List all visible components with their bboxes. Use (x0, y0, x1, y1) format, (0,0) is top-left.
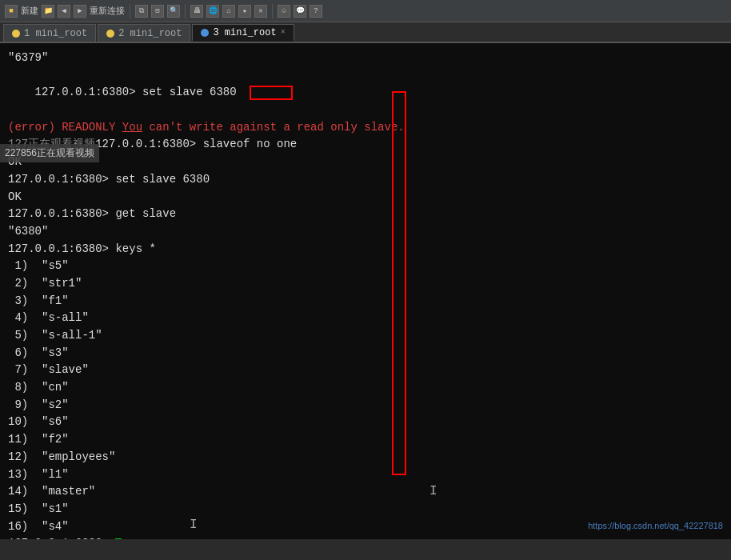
ibeam-cursor-1: I (190, 515, 198, 535)
smiley-btn[interactable]: ☺ (278, 5, 290, 18)
new-label[interactable]: 新建 (21, 5, 38, 17)
red-highlight-box (250, 86, 293, 100)
list-item-1: 1) "s5" (8, 258, 723, 275)
terminal-line-4: 127正在观看视频127.0.0.1:6380> slaveof no one (8, 136, 723, 154)
sep2 (185, 4, 186, 18)
status-bar: https://blog.csdn.net/qq_42227818 (588, 519, 723, 533)
tab-1-icon (12, 30, 20, 38)
terminal-line-1: "6379" (8, 50, 723, 67)
list-item-5: 5) "s-all-1" (8, 327, 723, 345)
list-item-12: 12) "employees" (8, 449, 723, 466)
list-item-6: 6) "s3" (8, 345, 723, 362)
terminal-line-3: (error) READONLY You can't write against… (8, 119, 723, 137)
web-btn[interactable]: 🌐 (206, 5, 219, 18)
status-url: https://blog.csdn.net/qq_42227818 (588, 521, 723, 530)
paste-btn[interactable]: ⧉ (135, 5, 148, 18)
print-btn[interactable]: 🖶 (190, 5, 203, 18)
back-btn[interactable]: ◀ (58, 5, 70, 18)
terminal-line-8: 127.0.0.1:6380> get slave (8, 206, 723, 223)
tab-1-label: 1 mini_root (24, 28, 87, 39)
terminal-line-10: 127.0.0.1:6380> keys * (8, 241, 723, 258)
forward-btn[interactable]: ▶ (74, 5, 86, 18)
list-item-13: 13) "l1" (8, 466, 723, 484)
stop-btn[interactable]: ✕ (254, 5, 267, 18)
tab-3-label: 3 mini_root (213, 27, 276, 38)
terminal-line-5: OK (8, 154, 723, 171)
tab-2-label: 2 mini_root (118, 28, 182, 39)
tabs-bar: 1 mini_root 2 mini_root 3 mini_root × (0, 22, 731, 43)
tab-2[interactable]: 2 mini_root (98, 24, 190, 42)
list-item-10: 10) "s6" (8, 414, 723, 431)
terminal-line-9: "6380" (8, 223, 723, 241)
help-btn[interactable]: ? (310, 5, 322, 18)
tab-3-icon (201, 29, 209, 37)
notice-text: 227856正在观看视频 (5, 147, 94, 158)
copy-btn[interactable]: ⊡ (151, 5, 164, 18)
list-item-9: 9) "s2" (8, 397, 723, 414)
notice-overlay: 227856正在观看视频 (0, 144, 99, 162)
terminal-line-2: 127.0.0.1:6380> set slave 6380 (8, 67, 723, 119)
sep3 (272, 4, 273, 18)
ibeam-cursor-2: I (429, 482, 437, 502)
home-btn[interactable]: ⌂ (222, 5, 235, 18)
list-item-3: 3) "f1" (8, 293, 723, 310)
chat-btn[interactable]: 💬 (294, 5, 306, 18)
sep1 (130, 4, 130, 18)
new-btn[interactable]: ■ (5, 5, 18, 18)
list-item-7: 7) "slave" (8, 362, 723, 379)
tab-2-icon (106, 30, 114, 38)
terminal-prompt-final: 127.0.0.1:6380> (8, 535, 723, 539)
bookmark-btn[interactable]: ★ (238, 5, 251, 18)
tab-3[interactable]: 3 mini_root × (192, 24, 294, 42)
find-btn[interactable]: 🔍 (167, 5, 180, 18)
list-item-2: 2) "str1" (8, 275, 723, 293)
tab-1[interactable]: 1 mini_root (3, 24, 96, 42)
list-item-15: 15) "s1" (8, 501, 723, 518)
list-item-14: 14) "master" (8, 483, 723, 501)
open-btn[interactable]: 📁 (42, 5, 54, 18)
terminal[interactable]: "6379" 127.0.0.1:6380> set slave 6380 (e… (0, 43, 731, 539)
tab-3-close[interactable]: × (281, 28, 286, 37)
terminal-line-7: OK (8, 189, 723, 206)
list-item-8: 8) "cn" (8, 379, 723, 397)
terminal-cursor (115, 538, 122, 539)
reconnect-label[interactable]: 重新连接 (90, 5, 125, 17)
terminal-line-6: 127.0.0.1:6380> set slave 6380 (8, 171, 723, 189)
titlebar: ■ 新建 📁 ◀ ▶ 重新连接 ⧉ ⊡ 🔍 🖶 🌐 ⌂ ★ ✕ ☺ 💬 ? (0, 0, 731, 22)
list-item-11: 11) "f2" (8, 431, 723, 449)
list-item-4: 4) "s-all" (8, 310, 723, 327)
